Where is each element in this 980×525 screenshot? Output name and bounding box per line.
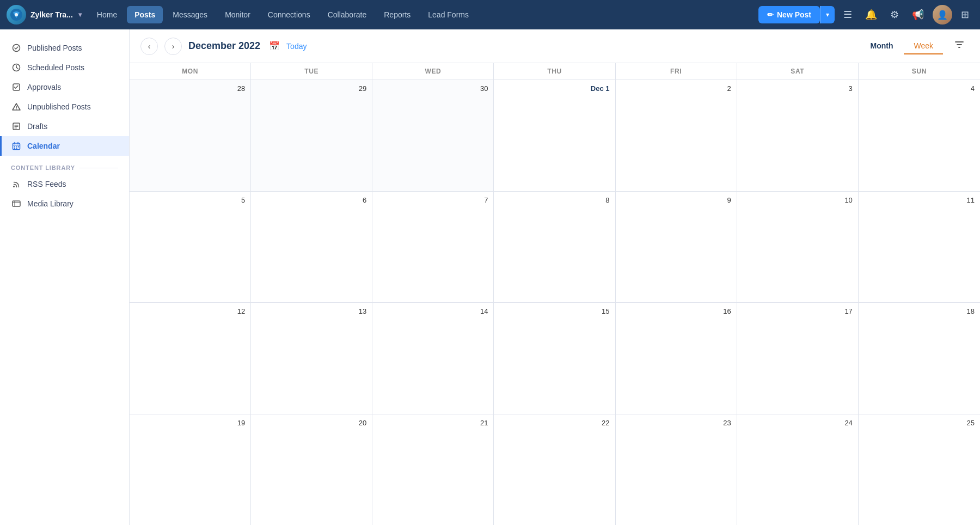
cal-date-dec1: Dec 1 bbox=[499, 84, 609, 93]
cal-cell-dec13[interactable]: 13 bbox=[251, 303, 372, 414]
nav-home[interactable]: Home bbox=[89, 6, 125, 23]
cal-cell-dec22[interactable]: 22 bbox=[494, 414, 615, 526]
svg-rect-20 bbox=[18, 146, 19, 148]
cal-cell-dec4[interactable]: 4 bbox=[859, 80, 980, 191]
sidebar-label-published: Published Posts bbox=[27, 44, 82, 52]
nav-monitor[interactable]: Monitor bbox=[217, 6, 258, 23]
megaphone-icon[interactable]: 📢 bbox=[908, 4, 928, 25]
content-library-section: CONTENT LIBRARY bbox=[0, 156, 129, 174]
avatar[interactable]: 👤 bbox=[933, 5, 952, 25]
cal-cell-dec2[interactable]: 2 bbox=[616, 80, 737, 191]
cal-cell-dec24[interactable]: 24 bbox=[737, 414, 859, 526]
new-post-label: New Post bbox=[777, 10, 811, 19]
cal-date-dec24: 24 bbox=[743, 419, 853, 427]
cal-date-dec17: 17 bbox=[743, 307, 853, 315]
sidebar-item-media-library[interactable]: Media Library bbox=[0, 194, 129, 213]
day-header-mon: MON bbox=[130, 63, 251, 80]
sidebar-item-scheduled-posts[interactable]: Scheduled Posts bbox=[0, 58, 129, 77]
brand-logo-area[interactable]: Zylker Tra... ▾ bbox=[7, 5, 82, 25]
week-view-button[interactable]: Week bbox=[904, 38, 943, 54]
avatar-image: 👤 bbox=[933, 5, 952, 25]
sidebar-label-approvals: Approvals bbox=[27, 83, 61, 91]
day-header-thu: THU bbox=[494, 63, 615, 80]
filter-button[interactable] bbox=[950, 37, 969, 55]
cal-cell-dec25[interactable]: 25 bbox=[859, 414, 980, 526]
cal-date-dec25: 25 bbox=[864, 419, 975, 427]
nav-posts[interactable]: Posts bbox=[127, 6, 163, 23]
today-button[interactable]: Today bbox=[286, 42, 307, 51]
apps-grid-icon[interactable]: ⊞ bbox=[957, 4, 973, 25]
sidebar-label-unpublished: Unpublished Posts bbox=[27, 102, 91, 111]
cal-cell-nov30[interactable]: 30 bbox=[372, 80, 494, 191]
notifications-icon[interactable]: 🔔 bbox=[861, 4, 881, 25]
new-post-dropdown-button[interactable]: ▾ bbox=[820, 6, 835, 23]
cal-cell-dec20[interactable]: 20 bbox=[251, 414, 372, 526]
cal-cell-dec1[interactable]: Dec 1 bbox=[494, 80, 615, 191]
settings-icon[interactable]: ⚙ bbox=[886, 4, 903, 25]
calendar-icon bbox=[11, 142, 22, 150]
calendar-week-4: 19 20 21 22 23 24 bbox=[130, 414, 980, 526]
day-header-sun: SUN bbox=[859, 63, 980, 80]
list-view-icon[interactable]: ☰ bbox=[839, 4, 856, 25]
sidebar-label-calendar: Calendar bbox=[27, 142, 60, 150]
cal-cell-dec15[interactable]: 15 bbox=[494, 303, 615, 414]
prev-month-button[interactable]: ‹ bbox=[140, 38, 158, 55]
calendar-grid: MON TUE WED THU FRI SAT SUN 28 29 bbox=[130, 63, 980, 525]
cal-cell-dec19[interactable]: 19 bbox=[130, 414, 251, 526]
cal-cell-dec17[interactable]: 17 bbox=[737, 303, 859, 414]
top-navigation: Zylker Tra... ▾ Home Posts Messages Moni… bbox=[0, 0, 980, 29]
cal-cell-nov28[interactable]: 28 bbox=[130, 80, 251, 191]
svg-point-9 bbox=[16, 108, 17, 109]
cal-date-dec16: 16 bbox=[621, 307, 731, 315]
cal-cell-dec10[interactable]: 10 bbox=[737, 192, 859, 303]
brand-logo-icon bbox=[7, 5, 26, 25]
cal-cell-dec23[interactable]: 23 bbox=[616, 414, 737, 526]
cal-cell-dec3[interactable]: 3 bbox=[737, 80, 859, 191]
sidebar-item-drafts[interactable]: Drafts bbox=[0, 117, 129, 136]
sidebar-label-media: Media Library bbox=[27, 199, 74, 208]
cal-date-nov30: 30 bbox=[378, 84, 488, 93]
cal-cell-dec8[interactable]: 8 bbox=[494, 192, 615, 303]
svg-rect-24 bbox=[13, 201, 20, 206]
cal-cell-nov29[interactable]: 29 bbox=[251, 80, 372, 191]
cal-cell-dec5[interactable]: 5 bbox=[130, 192, 251, 303]
nav-reports[interactable]: Reports bbox=[376, 6, 418, 23]
cal-date-dec18: 18 bbox=[864, 307, 975, 315]
cal-cell-dec12[interactable]: 12 bbox=[130, 303, 251, 414]
nav-connections[interactable]: Connections bbox=[260, 6, 318, 23]
sidebar-item-approvals[interactable]: Approvals bbox=[0, 77, 129, 97]
cal-cell-dec16[interactable]: 16 bbox=[616, 303, 737, 414]
sidebar-item-calendar[interactable]: Calendar bbox=[0, 136, 129, 156]
nav-lead-forms[interactable]: Lead Forms bbox=[420, 6, 476, 23]
nav-messages[interactable]: Messages bbox=[165, 6, 215, 23]
sidebar-item-rss-feeds[interactable]: RSS Feeds bbox=[0, 174, 129, 194]
schedule-icon[interactable]: 📅 bbox=[269, 41, 280, 51]
calendar-week-3: 12 13 14 15 16 17 bbox=[130, 303, 980, 414]
cal-date-dec4: 4 bbox=[864, 84, 975, 93]
cal-cell-dec14[interactable]: 14 bbox=[372, 303, 494, 414]
new-post-button[interactable]: ✏ New Post bbox=[758, 6, 820, 23]
cal-cell-dec9[interactable]: 9 bbox=[616, 192, 737, 303]
day-headers: MON TUE WED THU FRI SAT SUN bbox=[130, 63, 980, 80]
cal-date-dec19: 19 bbox=[135, 419, 245, 427]
svg-point-1 bbox=[15, 13, 18, 16]
sidebar-item-published-posts[interactable]: Published Posts bbox=[0, 38, 129, 58]
cal-cell-dec6[interactable]: 6 bbox=[251, 192, 372, 303]
new-post-button-group: ✏ New Post ▾ bbox=[758, 6, 835, 23]
cal-date-dec22: 22 bbox=[499, 419, 609, 427]
cal-cell-dec11[interactable]: 11 bbox=[859, 192, 980, 303]
calendar-weeks: 28 29 30 Dec 1 2 3 bbox=[130, 80, 980, 525]
month-view-button[interactable]: Month bbox=[860, 38, 903, 54]
calendar-week-1: 28 29 30 Dec 1 2 3 bbox=[130, 80, 980, 192]
cal-cell-dec7[interactable]: 7 bbox=[372, 192, 494, 303]
cal-cell-dec21[interactable]: 21 bbox=[372, 414, 494, 526]
cal-date-dec14: 14 bbox=[378, 307, 488, 315]
sidebar-item-unpublished-posts[interactable]: Unpublished Posts bbox=[0, 97, 129, 117]
sidebar-label-scheduled: Scheduled Posts bbox=[27, 63, 84, 72]
calendar-title: December 2022 bbox=[188, 40, 260, 52]
cal-cell-dec18[interactable]: 18 bbox=[859, 303, 980, 414]
unpublished-posts-icon bbox=[11, 102, 22, 111]
cal-date-dec15: 15 bbox=[499, 307, 609, 315]
next-month-button[interactable]: › bbox=[164, 38, 182, 55]
nav-collaborate[interactable]: Collaborate bbox=[320, 6, 375, 23]
